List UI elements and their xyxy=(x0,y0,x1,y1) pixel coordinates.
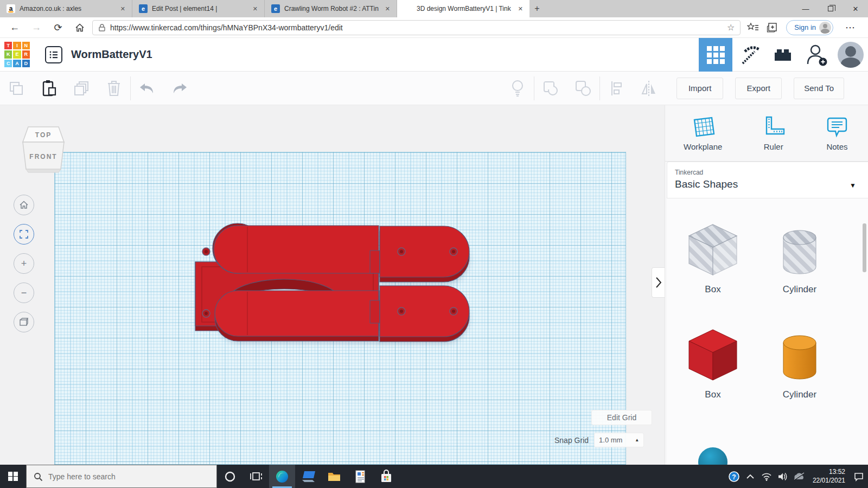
invite-people-button[interactable] xyxy=(800,38,833,72)
new-tab-button[interactable]: + xyxy=(529,0,545,17)
address-bar[interactable]: https://www.tinkercad.com/things/hMNaYBP… xyxy=(92,20,741,35)
wifi-tray-button[interactable] xyxy=(760,465,774,488)
navigation-bar: ← → ⟳ https://www.tinkercad.com/things/h… xyxy=(0,17,868,38)
restore-button[interactable] xyxy=(818,0,843,17)
undo-button[interactable] xyxy=(131,76,163,100)
microsoft-store-button[interactable] xyxy=(373,465,399,488)
ruler-tool[interactable]: Ruler xyxy=(761,115,786,151)
home-view-icon xyxy=(19,200,29,210)
onedrive-tray-button[interactable] xyxy=(792,465,806,488)
close-button[interactable]: ✕ xyxy=(843,0,868,17)
refresh-button[interactable]: ⟳ xyxy=(49,20,67,36)
tab-amazon[interactable]: a Amazon.co.uk : axles ✕ xyxy=(0,0,132,17)
tab-crawling-worm-robot[interactable]: e Crawling Worm Robot #2 : ATTin ✕ xyxy=(265,0,397,17)
design-properties-button[interactable] xyxy=(45,46,62,63)
nav-right-cluster: Sign in ⋯ xyxy=(744,20,863,36)
minecraft-export-button[interactable] xyxy=(732,38,766,72)
minimize-button[interactable]: — xyxy=(793,0,818,17)
tab-close-icon[interactable]: ✕ xyxy=(516,4,525,14)
duplicate-button[interactable] xyxy=(65,76,98,100)
import-button[interactable]: Import xyxy=(676,78,723,99)
viewcube-front-label: FRONT xyxy=(29,153,57,160)
shape-label: Box xyxy=(672,284,754,295)
favorites-bar-icon[interactable] xyxy=(747,22,759,33)
align-button[interactable] xyxy=(600,76,633,100)
shape-hole-box[interactable]: Box xyxy=(672,222,754,295)
tab-close-icon[interactable]: ✕ xyxy=(251,4,260,14)
notes-tool[interactable]: Notes xyxy=(825,115,850,151)
home-view-button[interactable] xyxy=(14,195,34,215)
back-button[interactable]: ← xyxy=(5,20,24,36)
action-center-button[interactable] xyxy=(852,465,866,488)
view-cube[interactable]: TOP FRONT xyxy=(20,120,67,177)
window-controls: — ✕ xyxy=(793,0,868,17)
zoom-out-button[interactable]: − xyxy=(14,282,34,303)
tab-element14-edit-post[interactable]: e Edit Post | element14 | ✕ xyxy=(132,0,265,17)
shape-hole-cylinder[interactable]: Cylinder xyxy=(759,222,840,295)
group-button[interactable] xyxy=(534,76,567,100)
tinkercad-logo[interactable]: T I N K E R C A D xyxy=(4,42,30,67)
panel-collapse-button[interactable] xyxy=(652,267,665,298)
fit-view-button[interactable] xyxy=(14,224,34,245)
logo-cell: K xyxy=(4,50,12,58)
mirror-button[interactable] xyxy=(633,76,665,100)
blocks-view-button[interactable] xyxy=(699,38,732,72)
forward-button[interactable]: → xyxy=(27,20,46,36)
shape-orange-cylinder[interactable]: Cylinder xyxy=(759,328,840,400)
show-all-button[interactable] xyxy=(501,76,534,100)
task-view-button[interactable] xyxy=(243,465,269,488)
shape-red-box[interactable]: Box xyxy=(672,328,754,400)
edit-grid-button[interactable]: Edit Grid xyxy=(591,410,652,425)
delete-button[interactable] xyxy=(98,76,130,100)
design-canvas[interactable]: TOP FRONT + − xyxy=(0,105,665,465)
snap-grid-select[interactable]: 1.0 mm ▲ xyxy=(594,433,644,447)
brick-export-button[interactable] xyxy=(766,38,800,72)
user-avatar[interactable] xyxy=(838,42,864,68)
shape-label: Box xyxy=(672,389,754,400)
tab-close-icon[interactable]: ✕ xyxy=(118,4,127,14)
shape-category-selector[interactable]: Tinkercad Basic Shapes ▼ xyxy=(667,162,868,198)
design-title[interactable]: WormBatteryV1 xyxy=(71,48,152,61)
snap-grid-value: 1.0 mm xyxy=(599,436,622,444)
home-button[interactable] xyxy=(71,20,89,36)
send-to-button[interactable]: Send To xyxy=(794,78,844,99)
model-wormbattery-part[interactable] xyxy=(183,220,476,350)
perspective-toggle-button[interactable] xyxy=(14,312,34,332)
file-explorer-button[interactable] xyxy=(321,465,347,488)
remote-desktop-button[interactable] xyxy=(295,465,321,488)
shapes-panel: Workplane Ruler Notes Tinkercad Basic Sh… xyxy=(665,105,868,465)
export-button[interactable]: Export xyxy=(735,78,782,99)
ungroup-button[interactable] xyxy=(567,76,599,100)
panel-scrollbar[interactable] xyxy=(863,223,866,272)
copy-button[interactable] xyxy=(0,76,33,100)
search-input[interactable] xyxy=(48,472,189,481)
start-button[interactable] xyxy=(0,465,26,488)
taskbar-clock[interactable]: 13:52 22/01/2021 xyxy=(808,468,850,485)
redo-button[interactable] xyxy=(163,76,196,100)
browser-menu-button[interactable]: ⋯ xyxy=(841,20,859,36)
folder-icon xyxy=(327,471,341,483)
logo-cell: A xyxy=(13,60,21,67)
system-tray: ? 13:52 22/01/2021 xyxy=(727,465,868,488)
tray-expand-button[interactable] xyxy=(743,465,757,488)
caret-down-icon: ▼ xyxy=(850,182,856,189)
clock-date: 22/01/2021 xyxy=(813,477,845,485)
taskbar-search[interactable] xyxy=(26,465,217,488)
workplane-tool[interactable]: Workplane xyxy=(684,115,722,151)
tab-tinkercad-active[interactable]: 3D design WormBatteryV1 | Tink ✕ xyxy=(397,0,529,17)
volume-tray-button[interactable] xyxy=(776,465,790,488)
cortana-button[interactable] xyxy=(217,465,243,488)
edge-taskbar-button[interactable] xyxy=(269,465,295,488)
shape-sphere-partial[interactable] xyxy=(698,447,727,465)
tinkercad-header: T I N K E R C A D WormBatteryV1 xyxy=(0,38,868,72)
tab-close-icon[interactable]: ✕ xyxy=(383,4,392,14)
help-icon: ? xyxy=(728,471,740,483)
favorite-star-icon[interactable]: ☆ xyxy=(727,22,735,33)
help-tray-button[interactable]: ? xyxy=(727,465,741,488)
document-app-button[interactable] xyxy=(347,465,373,488)
sign-in-button[interactable]: Sign in xyxy=(786,20,833,35)
collections-icon[interactable] xyxy=(767,22,778,33)
zoom-in-button[interactable]: + xyxy=(14,253,34,274)
trash-icon xyxy=(106,79,122,98)
paste-button[interactable] xyxy=(33,76,65,100)
